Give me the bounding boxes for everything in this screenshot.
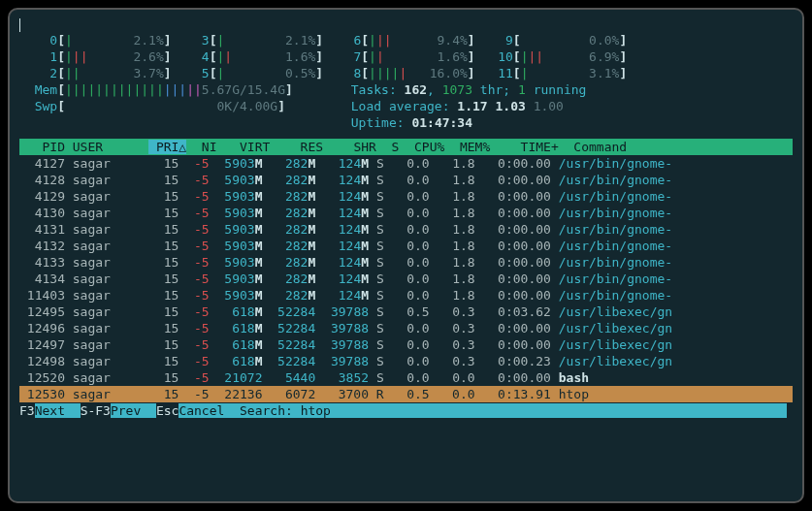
function-bar[interactable]: F3Next S-F3Prev EscCancel Search: htop [19, 402, 793, 419]
process-row[interactable]: 12495 sagar 15 -5 618M 52284 39788 S 0.5… [19, 303, 793, 320]
process-row[interactable]: 4132 sagar 15 -5 5903M 282M 124M S 0.0 1… [19, 238, 793, 254]
fn-label[interactable]: Next [35, 403, 81, 418]
fn-label[interactable]: Prev [111, 403, 156, 418]
process-row[interactable]: 4128 sagar 15 -5 5903M 282M 124M S 0.0 1… [19, 172, 793, 188]
process-row[interactable]: 4133 sagar 15 -5 5903M 282M 124M S 0.0 1… [19, 254, 793, 271]
process-row[interactable]: 4130 sagar 15 -5 5903M 282M 124M S 0.0 1… [19, 205, 793, 221]
terminal-window[interactable]: 0[| 2.1%] 3[| 2.1%] 6[||| 9.4%] 9[ 0.0%]… [8, 8, 804, 503]
process-row[interactable]: 4131 sagar 15 -5 5903M 282M 124M S 0.0 1… [19, 221, 793, 238]
process-list[interactable]: 4127 sagar 15 -5 5903M 282M 124M S 0.0 1… [19, 155, 793, 402]
process-row[interactable]: 12530 sagar 15 -5 22136 6072 3700 R 0.5 … [19, 386, 793, 402]
search-box[interactable]: Search: htop [232, 403, 786, 418]
cursor [19, 18, 20, 32]
process-row[interactable]: 12496 sagar 15 -5 618M 52284 39788 S 0.0… [19, 320, 793, 336]
process-row[interactable]: 11403 sagar 15 -5 5903M 282M 124M S 0.0 … [19, 287, 793, 303]
process-row[interactable]: 4129 sagar 15 -5 5903M 282M 124M S 0.0 1… [19, 188, 793, 205]
fn-key[interactable]: F3 [19, 403, 35, 418]
column-header[interactable]: PID USER PRI△ NI VIRT RES SHR S CPU% MEM… [19, 139, 793, 155]
fn-label[interactable]: Cancel [179, 403, 232, 418]
process-row[interactable]: 12498 sagar 15 -5 618M 52284 39788 S 0.0… [19, 353, 793, 369]
fn-key[interactable]: S-F3 [81, 403, 111, 418]
fn-key[interactable]: Esc [156, 403, 179, 418]
process-row[interactable]: 12520 sagar 15 -5 21072 5440 3852 S 0.0 … [19, 369, 793, 386]
process-row[interactable]: 12497 sagar 15 -5 618M 52284 39788 S 0.0… [19, 336, 793, 353]
process-row[interactable]: 4134 sagar 15 -5 5903M 282M 124M S 0.0 1… [19, 271, 793, 287]
process-row[interactable]: 4127 sagar 15 -5 5903M 282M 124M S 0.0 1… [19, 155, 793, 172]
cpu-meters: 0[| 2.1%] 3[| 2.1%] 6[||| 9.4%] 9[ 0.0%]… [19, 32, 793, 81]
mem-swap-row: Mem[||||||||||||||||||5.67G/15.4G]Tasks:… [19, 81, 793, 131]
